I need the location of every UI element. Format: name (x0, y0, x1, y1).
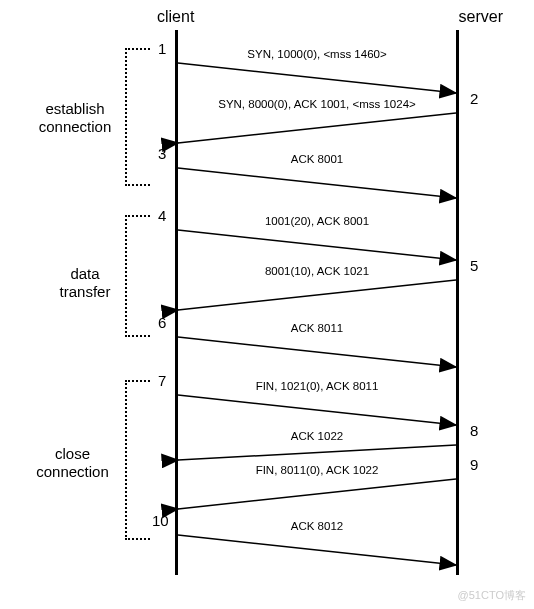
message-9-label: FIN, 8011(0), ACK 1022 (177, 464, 457, 476)
arrows-layer (0, 0, 534, 609)
message-10-label: ACK 8012 (177, 520, 457, 532)
step-number-3: 3 (158, 145, 166, 162)
server-lifeline (456, 30, 459, 575)
phase-bracket-close (125, 380, 150, 540)
step-number-2: 2 (470, 90, 478, 107)
message-3-label: ACK 8001 (177, 153, 457, 165)
step-number-10: 10 (152, 512, 169, 529)
arrow-2 (178, 113, 456, 143)
phase-label-close: close connection (25, 445, 120, 481)
arrow-10 (178, 535, 456, 565)
participant-client-label: client (157, 8, 194, 26)
arrow-7 (178, 395, 456, 425)
step-number-8: 8 (470, 422, 478, 439)
arrow-5 (178, 280, 456, 310)
phase-bracket-data (125, 215, 150, 337)
message-1-label: SYN, 1000(0), <mss 1460> (177, 48, 457, 60)
watermark-text: @51CTO博客 (458, 588, 526, 603)
message-8-label: ACK 1022 (177, 430, 457, 442)
phase-label-data: data transfer (55, 265, 115, 301)
message-4-label: 1001(20), ACK 8001 (177, 215, 457, 227)
step-number-6: 6 (158, 314, 166, 331)
arrow-9 (178, 479, 456, 509)
phase-label-establish: establish connection (30, 100, 120, 136)
client-lifeline (175, 30, 178, 575)
phase-bracket-establish (125, 48, 150, 186)
message-7-label: FIN, 1021(0), ACK 8011 (177, 380, 457, 392)
step-number-9: 9 (470, 456, 478, 473)
step-number-1: 1 (158, 40, 166, 57)
arrow-3 (178, 168, 456, 198)
step-number-5: 5 (470, 257, 478, 274)
arrow-1 (178, 63, 456, 93)
tcp-sequence-diagram: client server establish connection data … (0, 0, 534, 609)
participant-server-label: server (459, 8, 503, 26)
message-5-label: 8001(10), ACK 1021 (177, 265, 457, 277)
arrow-6 (178, 337, 456, 367)
arrow-4 (178, 230, 456, 260)
step-number-7: 7 (158, 372, 166, 389)
message-2-label: SYN, 8000(0), ACK 1001, <mss 1024> (177, 98, 457, 110)
arrow-8 (178, 445, 456, 460)
step-number-4: 4 (158, 207, 166, 224)
message-6-label: ACK 8011 (177, 322, 457, 334)
